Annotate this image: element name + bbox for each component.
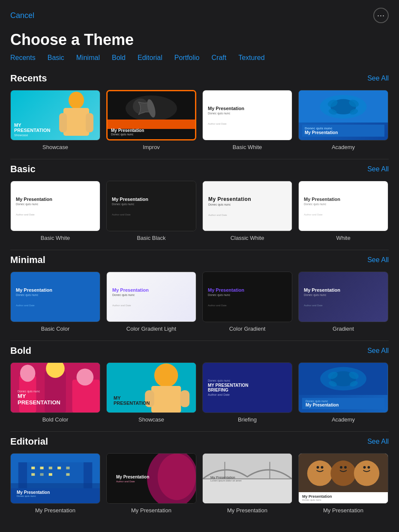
recents-card-label-basic-white: Basic White [233, 144, 262, 150]
more-button[interactable]: ··· [373, 8, 389, 23]
recents-card-academy[interactable]: Donec quis nunc My Presentation Academy [298, 90, 388, 150]
minimal-cards-row: My Presentation Donec quis nunc Author a… [10, 272, 389, 332]
recents-see-all[interactable]: See All [367, 75, 389, 82]
svg-rect-37 [40, 466, 43, 469]
bold-card-label-academy: Academy [332, 416, 355, 423]
editorial-header: Editorial See All [10, 436, 389, 447]
basic-see-all[interactable]: See All [367, 165, 389, 173]
basic-title: Basic [10, 164, 36, 175]
nav-editorial[interactable]: Editorial [138, 54, 162, 62]
recents-title: Recents [10, 73, 47, 84]
thumb-color-gradient: My Presentation Donec quis nunc Author a… [202, 272, 292, 322]
nav-basic[interactable]: Basic [48, 54, 64, 62]
nav-minimal[interactable]: Minimal [76, 54, 100, 62]
editorial-see-all[interactable]: See All [367, 438, 389, 445]
recents-card-showcase[interactable]: MYPRESENTATION Showcase Showcase [10, 90, 100, 150]
svg-point-58 [312, 460, 328, 476]
bold-card-bold-color[interactable]: Donec quis nunc MYPRESENTATION Bold Colo… [10, 362, 100, 423]
editorial-card-label-2: My Presentation [131, 507, 171, 514]
nav-recents[interactable]: Recents [10, 54, 36, 62]
thumb-color-gradient-light: My Presentation Donec quis nunc Author a… [106, 272, 196, 322]
svg-point-22 [154, 364, 178, 387]
recents-header: Recents See All [10, 73, 389, 84]
basic-card-classic-white[interactable]: My Presentation Donec quis nunc Author a… [202, 181, 292, 241]
minimal-card-color-gradient-light[interactable]: My Presentation Donec quis nunc Author a… [106, 272, 196, 332]
editorial-card-4[interactable]: My Presentation Donec quis nunc My Prese… [298, 453, 388, 514]
thumb-basic-white: My Presentation Donec quis nunc Author a… [10, 181, 100, 231]
editorial-section: Editorial See All [0, 432, 399, 522]
nav-textured[interactable]: Textured [238, 54, 264, 62]
thumb-editorial-1: My Presentation Donec quis nunc [10, 453, 100, 504]
thumb-basic-white-recent: My Presentation Donec quis nunc Author a… [202, 90, 292, 140]
svg-rect-43 [49, 473, 52, 476]
thumb-white: My Presentation Donec quis nunc Author a… [298, 181, 388, 231]
minimal-header: Minimal See All [10, 254, 389, 266]
bold-card-briefing[interactable]: Donec quis nunc MY PRESENTATIONBriefing … [202, 362, 292, 423]
thumb-editorial-2: My Presentation Author and Date [106, 453, 196, 504]
minimal-card-gradient[interactable]: My Presentation Donec quis nunc Author a… [298, 272, 388, 332]
thumb-basic-black: My Presentation Donec quis nunc Author a… [106, 181, 196, 231]
editorial-card-2[interactable]: My Presentation Author and Date My Prese… [106, 453, 196, 514]
basic-card-basic-black[interactable]: My Presentation Donec quis nunc Author a… [106, 181, 196, 241]
thumb-briefing: Donec quis nunc MY PRESENTATIONBriefing … [202, 362, 292, 413]
recents-card-basic-white[interactable]: My Presentation Donec quis nunc Author a… [202, 90, 292, 150]
thumb-improv: My Presentation Donec quis nunc [106, 90, 196, 140]
bold-card-academy[interactable]: Donec quis nunc My Presentation Academy [298, 362, 388, 423]
editorial-cards-row: My Presentation Donec quis nunc My Prese… [10, 453, 389, 514]
basic-card-white[interactable]: My Presentation Donec quis nunc Author a… [298, 181, 388, 241]
page-title: Choose a Theme [0, 27, 399, 54]
bold-card-label-bold-color: Bold Color [42, 416, 69, 423]
nav-bold[interactable]: Bold [112, 54, 126, 62]
svg-rect-39 [57, 466, 61, 469]
recents-card-label-showcase: Showcase [42, 144, 68, 150]
category-nav: Recents Basic Minimal Bold Editorial Por… [0, 54, 399, 69]
recents-card-label-improv: Improv [143, 144, 160, 150]
minimal-card-label-color-gradient-light: Color Gradient Light [126, 326, 176, 332]
nav-craft[interactable]: Craft [212, 54, 227, 62]
svg-rect-44 [66, 473, 69, 476]
minimal-card-label-basic-color: Basic Color [41, 326, 69, 332]
thumb-editorial-4: My Presentation Donec quis nunc [298, 453, 388, 504]
thumb-bold-color: Donec quis nunc MYPRESENTATION [10, 362, 100, 413]
bold-section: Bold See All [0, 341, 399, 431]
editorial-card-1[interactable]: My Presentation Donec quis nunc My Prese… [10, 453, 100, 514]
bold-title: Bold [10, 345, 31, 356]
svg-point-64 [344, 466, 347, 469]
thumb-showcase: MYPRESENTATION Showcase [10, 90, 100, 140]
recents-card-improv[interactable]: My Presentation Donec quis nunc Improv [106, 90, 196, 150]
minimal-see-all[interactable]: See All [367, 256, 389, 264]
basic-card-basic-white[interactable]: My Presentation Donec quis nunc Author a… [10, 181, 100, 241]
basic-card-label-white: White [336, 235, 350, 241]
editorial-card-label-3: My Presentation [227, 507, 267, 514]
editorial-card-3[interactable]: My Presentation Lorem ipsum dolor sit am… [202, 453, 292, 514]
svg-point-20 [77, 368, 94, 386]
minimal-card-basic-color[interactable]: My Presentation Donec quis nunc Author a… [10, 272, 100, 332]
thumb-academy: Donec quis nunc My Presentation [298, 90, 388, 140]
editorial-title: Editorial [10, 436, 48, 447]
basic-card-label-basic-black: Basic Black [137, 235, 165, 241]
svg-point-63 [340, 466, 342, 469]
bold-see-all[interactable]: See All [367, 347, 389, 355]
cancel-button[interactable]: Cancel [10, 11, 34, 20]
bold-card-label-showcase: Showcase [138, 416, 164, 423]
svg-rect-36 [31, 466, 35, 469]
minimal-card-label-gradient: Gradient [333, 326, 354, 332]
thumb-basic-color: My Presentation Donec quis nunc Author a… [10, 272, 100, 322]
thumb-showcase-bold: MYPRESENTATION [106, 362, 196, 413]
thumb-editorial-3: My Presentation Lorem ipsum dolor sit am… [202, 453, 292, 504]
minimal-card-label-color-gradient: Color Gradient [229, 326, 266, 332]
bold-card-label-briefing: Briefing [238, 416, 257, 423]
recents-card-label-academy: Academy [332, 144, 355, 150]
nav-portfolio[interactable]: Portfolio [174, 54, 200, 62]
thumb-classic-white: My Presentation Donec quis nunc Author a… [202, 181, 292, 231]
svg-rect-38 [49, 466, 52, 469]
svg-point-16 [20, 365, 36, 382]
thumb-gradient: My Presentation Donec quis nunc Author a… [298, 272, 388, 322]
minimal-card-color-gradient[interactable]: My Presentation Donec quis nunc Author a… [202, 272, 292, 332]
editorial-card-label-4: My Presentation [323, 507, 363, 514]
basic-cards-row: My Presentation Donec quis nunc Author a… [10, 181, 389, 241]
svg-point-66 [367, 466, 370, 469]
bold-card-showcase[interactable]: MYPRESENTATION Showcase [106, 362, 196, 423]
svg-rect-41 [31, 473, 35, 476]
svg-rect-42 [40, 473, 43, 476]
